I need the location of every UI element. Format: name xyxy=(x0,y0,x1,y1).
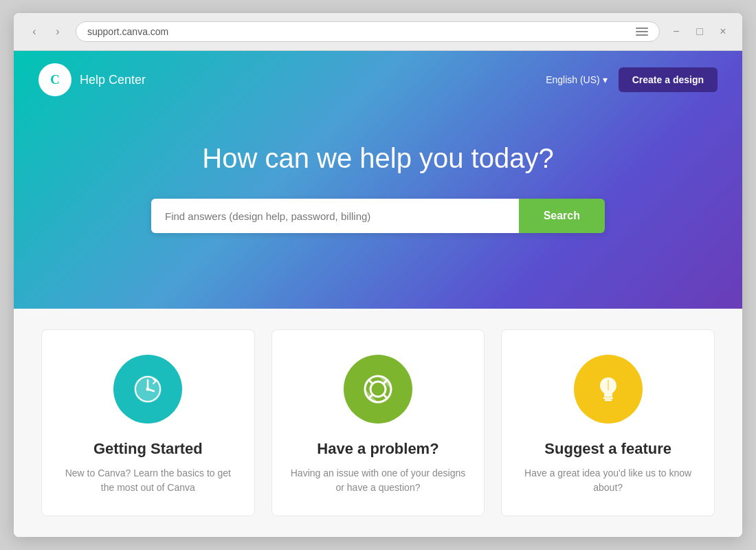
card-getting-started[interactable]: Getting Started New to Canva? Learn the … xyxy=(41,329,255,516)
card-have-a-problem[interactable]: Have a problem? Having an issue with one… xyxy=(271,329,485,516)
hero-title: How can we help you today? xyxy=(27,143,729,174)
chevron-down-icon: ▾ xyxy=(603,74,608,85)
getting-started-desc: New to Canva? Learn the basics to get th… xyxy=(58,466,238,495)
help-center-label: Help Center xyxy=(80,73,146,87)
problem-icon xyxy=(344,355,412,424)
cards-section: Getting Started New to Canva? Learn the … xyxy=(14,309,742,537)
search-button[interactable]: Search xyxy=(519,199,605,233)
problem-desc: Having an issue with one of your designs… xyxy=(289,466,468,495)
page-content: C Help Center English (US) ▾ Create a de… xyxy=(14,51,742,537)
hero-content: How can we help you today? Search xyxy=(14,109,742,274)
canva-logo-svg: C xyxy=(43,68,67,91)
lifering-icon xyxy=(359,371,397,408)
lightbulb-icon xyxy=(590,371,627,408)
back-button[interactable]: ‹ xyxy=(25,22,44,41)
clock-icon xyxy=(129,371,166,408)
address-bar[interactable]: support.canva.com xyxy=(76,21,660,42)
search-input[interactable] xyxy=(151,199,519,233)
getting-started-icon xyxy=(113,355,182,424)
card-suggest-feature[interactable]: Suggest a feature Have a great idea you'… xyxy=(501,329,715,516)
window-controls: − □ × xyxy=(668,23,731,40)
feature-title: Suggest a feature xyxy=(544,440,671,458)
hero-section: C Help Center English (US) ▾ Create a de… xyxy=(14,51,742,309)
svg-line-11 xyxy=(369,381,373,385)
browser-window: ‹ › support.canva.com − □ × xyxy=(14,13,742,537)
close-button[interactable]: × xyxy=(715,23,731,40)
hero-nav: C Help Center English (US) ▾ Create a de… xyxy=(14,51,742,109)
getting-started-title: Getting Started xyxy=(93,440,203,458)
feature-desc: Have a great idea you'd like us to know … xyxy=(518,466,698,495)
url-text: support.canva.com xyxy=(87,26,168,37)
create-design-button[interactable]: Create a design xyxy=(619,67,718,92)
forward-icon: › xyxy=(56,25,59,38)
back-icon: ‹ xyxy=(32,25,36,38)
forward-button[interactable]: › xyxy=(48,22,67,41)
canva-logo: C xyxy=(38,63,71,96)
language-selector[interactable]: English (US) ▾ xyxy=(546,74,608,85)
menu-icon[interactable] xyxy=(636,28,648,36)
browser-chrome: ‹ › support.canva.com − □ × xyxy=(14,13,742,51)
maximize-button[interactable]: □ xyxy=(691,23,708,40)
feature-icon xyxy=(574,355,643,424)
browser-nav: ‹ › xyxy=(25,22,67,41)
nav-right: English (US) ▾ Create a design xyxy=(546,67,718,92)
svg-point-6 xyxy=(146,388,150,391)
brand: C Help Center xyxy=(38,63,146,96)
svg-text:C: C xyxy=(50,72,60,87)
svg-line-14 xyxy=(383,394,387,398)
problem-title: Have a problem? xyxy=(317,440,438,458)
language-label: English (US) xyxy=(546,74,600,85)
search-bar: Search xyxy=(151,199,605,233)
minimize-button[interactable]: − xyxy=(668,23,685,40)
